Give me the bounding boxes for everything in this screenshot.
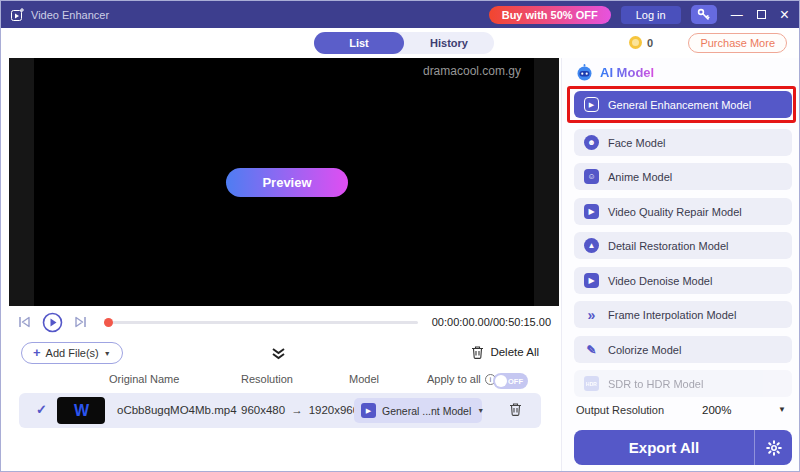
buy-offer-button[interactable]: Buy with 50% OFF	[489, 6, 611, 24]
model-play-icon: ▶	[361, 403, 376, 418]
delete-all-label: Delete All	[490, 346, 539, 358]
model-item-sdr-to-hdr[interactable]: HDR SDR to HDR Model	[574, 370, 792, 397]
model-item-detail-restoration[interactable]: ▲ Detail Restoration Model	[574, 232, 792, 259]
model-item-label: Colorize Model	[608, 344, 681, 356]
table-row[interactable]: ✓ W oCbb8ugqMO4Mb.mp4 960x480 → 1920x960…	[19, 393, 541, 428]
output-resolution-value[interactable]: 200%	[702, 404, 731, 416]
anime-face-icon: ☺	[584, 169, 599, 184]
tab-list[interactable]: List	[314, 32, 404, 54]
row-checkmark-icon[interactable]: ✓	[36, 402, 47, 417]
brush-icon: ✎	[584, 342, 599, 357]
model-item-frame-interpolation[interactable]: » Frame Interpolation Model	[574, 301, 792, 328]
time-display: 00:00:00.00/00:50:15.00	[432, 316, 551, 328]
chevron-down-icon[interactable]: ▼	[778, 405, 786, 414]
video-preview-area[interactable]: dramacool.com.gy Preview	[9, 58, 559, 306]
thumbnail-logo: W	[74, 402, 88, 420]
tab-pill: List History	[314, 32, 494, 54]
model-item-label: Video Denoise Model	[608, 275, 712, 287]
letterbox-left	[9, 58, 34, 306]
model-item-general-enhancement[interactable]: ▶ General Enhancement Model	[574, 91, 792, 118]
minimize-button[interactable]: —	[731, 8, 743, 22]
video-repair-icon: ▶	[584, 204, 599, 219]
add-files-label: Add File(s)	[46, 347, 99, 359]
export-settings-button[interactable]	[754, 430, 792, 465]
preview-button[interactable]: Preview	[226, 168, 348, 197]
trash-icon	[471, 345, 484, 359]
apply-to-all-label: Apply to all i	[427, 373, 496, 385]
plus-icon: +	[33, 348, 41, 358]
robot-icon	[576, 64, 593, 81]
tab-history[interactable]: History	[404, 32, 494, 54]
model-item-anime[interactable]: ☺ Anime Model	[574, 163, 792, 190]
row-model-dropdown[interactable]: ▶ General ...nt Model ▼	[354, 398, 482, 423]
login-button[interactable]: Log in	[621, 6, 681, 24]
row-delete-button[interactable]	[509, 402, 522, 420]
apply-to-all-text: Apply to all	[427, 373, 481, 385]
output-resolution-row: Output Resolution 200% ▼	[562, 399, 800, 423]
next-frame-button[interactable]	[73, 315, 88, 329]
file-resolution: 960x480 → 1920x960	[241, 404, 359, 416]
coin-icon	[629, 36, 642, 49]
model-item-label: SDR to HDR Model	[608, 378, 703, 390]
maximize-button[interactable]	[757, 10, 766, 19]
model-item-face[interactable]: ☻ Face Model	[574, 129, 792, 156]
arrow-right-icon: →	[291, 404, 303, 416]
face-icon: ☻	[584, 135, 599, 150]
model-item-label: Anime Model	[608, 171, 672, 183]
seek-slider-handle[interactable]	[104, 318, 113, 327]
video-watermark: dramacool.com.gy	[423, 64, 521, 78]
export-all-button[interactable]: Export All	[574, 430, 792, 465]
playback-controls: 00:00:00.00/00:50:15.00	[9, 306, 559, 338]
add-files-button[interactable]: + Add File(s) ▼	[21, 342, 123, 364]
column-resolution: Resolution	[241, 373, 293, 385]
video-enhance-icon: ▶	[584, 97, 599, 112]
model-item-label: Frame Interpolation Model	[608, 309, 736, 321]
model-item-label: Video Quality Repair Model	[608, 206, 742, 218]
seek-slider[interactable]	[106, 321, 418, 324]
model-item-label: Detail Restoration Model	[608, 240, 728, 252]
export-all-label: Export All	[574, 439, 754, 456]
file-actions-row: + Add File(s) ▼ Delete All	[1, 340, 561, 368]
sidebar-header: AI Model	[576, 64, 654, 81]
credit-count: 0	[647, 37, 653, 49]
delete-all-button[interactable]: Delete All	[471, 345, 539, 359]
file-table-header: Original Name Resolution Model Apply to …	[1, 369, 561, 393]
double-chevron-down-icon	[271, 348, 286, 360]
maximize-icon	[757, 10, 766, 19]
key-icon	[697, 8, 710, 21]
column-model: Model	[349, 373, 379, 385]
video-denoise-icon: ▶	[584, 273, 599, 288]
ai-model-sidebar: AI Model ▶ General Enhancement Model ☻ F…	[561, 58, 800, 472]
file-name: oCbb8ugqMO4Mb.mp4	[117, 404, 237, 416]
model-item-video-denoise[interactable]: ▶ Video Denoise Model	[574, 267, 792, 294]
sidebar-title: AI Model	[600, 65, 654, 80]
apply-to-all-toggle[interactable]: OFF	[493, 373, 528, 389]
collapse-panel-button[interactable]	[271, 346, 286, 364]
gear-icon	[766, 440, 782, 456]
activation-key-button[interactable]	[691, 5, 717, 24]
letterbox-right	[534, 58, 559, 306]
toggle-knob	[495, 375, 507, 387]
column-original-name: Original Name	[109, 373, 179, 385]
tabbar: List History 0 Purchase More	[1, 28, 799, 58]
model-item-label: Face Model	[608, 137, 665, 149]
app-title: Video Enhancer	[31, 9, 109, 21]
resolution-to: 1920x960	[309, 404, 360, 416]
model-item-colorize[interactable]: ✎ Colorize Model	[574, 336, 792, 363]
credits-indicator: 0	[629, 36, 653, 49]
fast-forward-icon: »	[584, 307, 599, 322]
row-model-value: General ...nt Model	[382, 405, 471, 417]
model-item-label: General Enhancement Model	[608, 99, 751, 111]
play-button[interactable]	[42, 312, 63, 333]
resolution-from: 960x480	[241, 404, 285, 416]
chevron-down-icon: ▼	[477, 407, 484, 414]
output-resolution-label: Output Resolution	[576, 404, 664, 416]
purchase-more-button[interactable]: Purchase More	[688, 33, 787, 53]
model-item-video-quality-repair[interactable]: ▶ Video Quality Repair Model	[574, 198, 792, 225]
app-logo-icon	[11, 8, 25, 22]
titlebar: Video Enhancer Buy with 50% OFF Log in —…	[1, 1, 799, 28]
trash-icon	[509, 402, 522, 416]
close-button[interactable]: ×	[780, 6, 789, 24]
toggle-state-label: OFF	[508, 377, 523, 386]
previous-frame-button[interactable]	[17, 315, 32, 329]
